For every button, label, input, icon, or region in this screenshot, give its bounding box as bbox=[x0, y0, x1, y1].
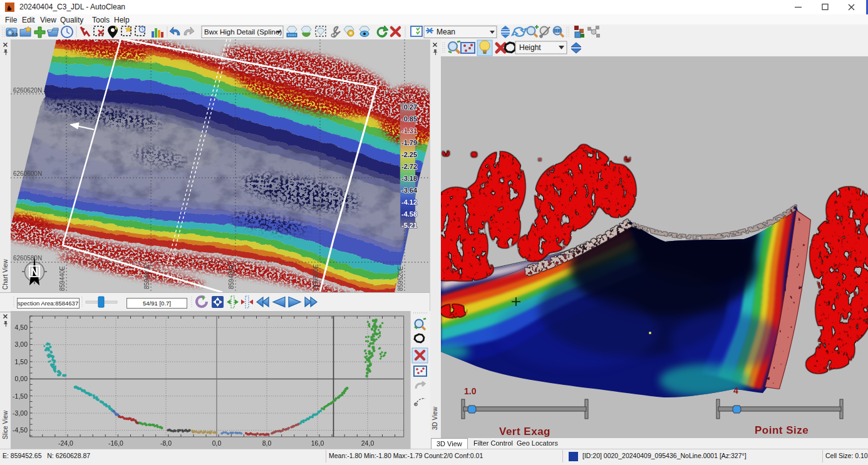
svg-text:-3.18: -3.18 bbox=[401, 175, 417, 182]
svg-text:Height: Height bbox=[519, 43, 541, 52]
svg-text:4,50: 4,50 bbox=[15, 324, 28, 331]
svg-text:859460E: 859460E bbox=[143, 264, 150, 289]
svg-text:859440E: 859440E bbox=[59, 266, 66, 291]
svg-text:0,0: 0,0 bbox=[212, 439, 222, 447]
svg-text:16,0: 16,0 bbox=[311, 439, 324, 447]
svg-text:-0.85: -0.85 bbox=[401, 115, 417, 123]
svg-text:-3,00: -3,00 bbox=[13, 409, 28, 417]
svg-text:859500E: 859500E bbox=[313, 264, 319, 289]
svg-text:1.0: 1.0 bbox=[464, 386, 477, 396]
svg-text:24,0: 24,0 bbox=[361, 439, 375, 447]
svg-text:6260580N: 6260580N bbox=[13, 255, 42, 262]
svg-text:-3.64: -3.64 bbox=[401, 187, 418, 194]
svg-text:-4.58: -4.58 bbox=[401, 210, 417, 218]
svg-text:1,50: 1,50 bbox=[15, 358, 28, 365]
svg-text:-16,0: -16,0 bbox=[108, 439, 123, 447]
svg-text:6260620N: 6260620N bbox=[13, 87, 42, 94]
svg-text:4: 4 bbox=[733, 386, 738, 396]
svg-text:859480E: 859480E bbox=[228, 264, 235, 289]
svg-text:Point Size: Point Size bbox=[755, 424, 809, 436]
svg-text:-8,0: -8,0 bbox=[160, 439, 172, 447]
svg-text:Mean: Mean bbox=[437, 28, 455, 36]
svg-text:-4.12: -4.12 bbox=[401, 198, 417, 206]
svg-text:3,00: 3,00 bbox=[15, 340, 28, 348]
svg-text:-1,50: -1,50 bbox=[13, 392, 28, 400]
svg-text:-1.79: -1.79 bbox=[401, 139, 417, 146]
svg-text:0,00: 0,00 bbox=[15, 375, 28, 382]
svg-text:-24,0: -24,0 bbox=[58, 439, 73, 447]
svg-text:6260600N: 6260600N bbox=[13, 170, 42, 177]
svg-text:8,0: 8,0 bbox=[262, 439, 272, 447]
svg-text:859520E: 859520E bbox=[397, 266, 404, 291]
svg-text:-2.72: -2.72 bbox=[401, 163, 417, 170]
svg-text:0.5: 0.5 bbox=[12, 33, 18, 37]
svg-text:-5.21: -5.21 bbox=[401, 222, 417, 229]
svg-text:-2.25: -2.25 bbox=[401, 151, 417, 158]
svg-text:Vert Exag: Vert Exag bbox=[499, 426, 550, 437]
svg-text:-1.31: -1.31 bbox=[401, 127, 417, 135]
svg-text:Bwx High Detail (Spline): Bwx High Detail (Spline) bbox=[204, 28, 282, 36]
svg-text:-4,50: -4,50 bbox=[13, 426, 28, 434]
svg-text:N: N bbox=[31, 267, 38, 277]
svg-text:-0.27: -0.27 bbox=[401, 103, 417, 111]
